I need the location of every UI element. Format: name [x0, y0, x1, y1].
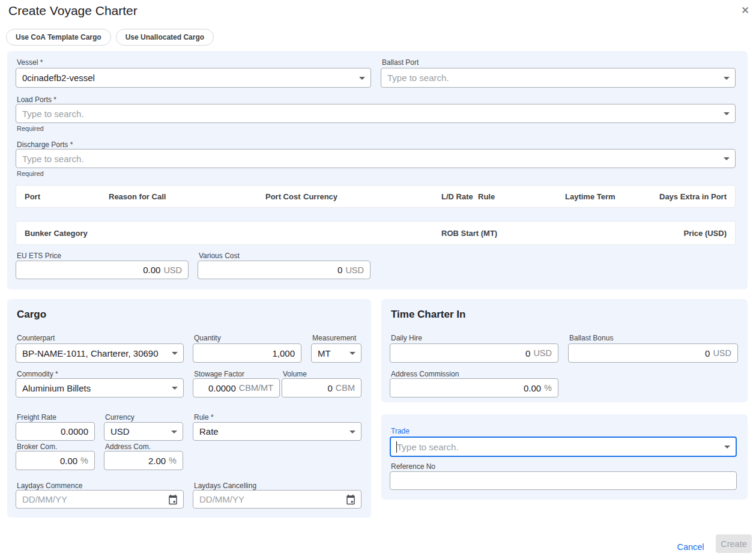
laydays-commence-input[interactable] — [22, 494, 164, 504]
col-bunker-category: Bunker Category — [25, 229, 88, 238]
reference-no-label: Reference No — [391, 462, 435, 471]
vessel-label: Vessel * — [17, 58, 43, 67]
cargo-section-title: Cargo — [17, 309, 46, 321]
counterpart-label: Counterpart — [17, 334, 55, 342]
volume-label: Volume — [283, 370, 307, 378]
eu-ets-price-label: EU ETS Price — [17, 252, 61, 260]
freight-rate-value: 0.0000 — [22, 426, 88, 437]
commodity-label: Commodity * — [17, 370, 58, 378]
chevron-down-icon — [171, 431, 177, 434]
time-charter-in-title: Time Charter In — [391, 309, 465, 321]
discharge-ports-label: Discharge Ports * — [17, 141, 73, 149]
load-ports-input[interactable] — [22, 109, 719, 119]
various-cost-value: 0 — [204, 265, 342, 275]
col-days-extra-in-port: Days Extra in Port — [659, 192, 727, 201]
laydays-cancelling-label: Laydays Cancelling — [194, 482, 256, 490]
address-com-label: Address Com. — [105, 443, 151, 451]
currency-select[interactable]: USD — [104, 422, 183, 441]
stowage-factor-label: Stowage Factor — [194, 370, 244, 378]
daily-hire-input[interactable]: 0 USD — [390, 343, 558, 363]
bunkers-table-header: Bunker Category ROB Start (MT) Price (US… — [16, 221, 736, 245]
col-laytime-term: Laytime Term — [565, 192, 615, 201]
discharge-ports-input[interactable] — [22, 154, 719, 164]
use-coa-template-cargo-button[interactable]: Use CoA Template Cargo — [6, 29, 111, 46]
reference-no-field — [390, 471, 737, 490]
volume-input[interactable]: 0 CBM — [282, 378, 361, 397]
currency-label: Currency — [105, 413, 135, 422]
address-com-input[interactable]: 2.00 % — [104, 451, 183, 470]
rule-select[interactable]: Rate — [193, 422, 361, 441]
quantity-input[interactable]: 1,000 — [193, 343, 301, 363]
reference-no-input[interactable] — [396, 476, 730, 486]
volume-unit: CBM — [336, 383, 355, 393]
freight-rate-input[interactable]: 0.0000 — [16, 422, 95, 441]
address-commission-unit: % — [544, 383, 552, 393]
close-icon[interactable]: ✕ — [739, 4, 752, 17]
chevron-down-icon — [724, 446, 730, 449]
address-commission-label: Address Commission — [391, 370, 459, 378]
chevron-down-icon — [172, 352, 178, 355]
currency-value: USD — [110, 426, 130, 437]
volume-value: 0 — [288, 383, 333, 393]
create-button[interactable]: Create — [716, 534, 752, 553]
counterpart-value: BP-NAME-1011, Charterer, 30690 — [22, 348, 159, 358]
col-port: Port — [25, 192, 40, 201]
eu-ets-price-value: 0.00 — [22, 265, 160, 275]
col-currency: Currency — [303, 192, 337, 201]
eu-ets-price-input[interactable]: 0.00 USD — [16, 261, 189, 279]
chevron-down-icon — [724, 77, 730, 80]
laydays-cancelling-field — [193, 490, 361, 509]
cargo-panel: Cargo Counterpart BP-NAME-1011, Chartere… — [7, 299, 371, 518]
load-ports-field — [16, 104, 736, 123]
vessel-value: 0cinadefb2-vessel — [22, 73, 95, 83]
chevron-down-icon — [349, 431, 355, 434]
stowage-factor-input[interactable]: 0.0000 CBM/MT — [193, 378, 280, 397]
eu-ets-price-unit: USD — [163, 265, 182, 275]
commodity-select[interactable]: Aluminium Billets — [16, 378, 184, 397]
col-rule: Rule — [478, 192, 495, 201]
various-cost-unit: USD — [345, 265, 364, 275]
broker-com-value: 0.00 — [22, 456, 77, 466]
ballast-port-label: Ballast Port — [382, 58, 419, 67]
chevron-down-icon — [359, 77, 365, 80]
address-com-value: 2.00 — [110, 456, 166, 466]
broker-com-input[interactable]: 0.00 % — [16, 451, 95, 470]
ballast-bonus-input[interactable]: 0 USD — [568, 343, 738, 363]
cancel-button[interactable]: Cancel — [674, 538, 707, 556]
measurement-select[interactable]: MT — [311, 343, 361, 363]
chevron-down-icon — [172, 387, 178, 390]
vessel-select[interactable]: 0cinadefb2-vessel — [16, 68, 371, 88]
use-unallocated-cargo-button[interactable]: Use Unallocated Cargo — [116, 29, 214, 46]
address-commission-input[interactable]: 0.00 % — [390, 378, 558, 397]
rule-value: Rate — [199, 426, 219, 437]
daily-hire-value: 0 — [396, 348, 530, 358]
measurement-value: MT — [318, 348, 331, 358]
quantity-label: Quantity — [194, 334, 221, 342]
trade-field — [390, 437, 737, 457]
trade-label: Trade — [391, 427, 410, 435]
calendar-icon[interactable] — [345, 494, 356, 505]
col-ld-rate: L/D Rate — [441, 192, 473, 201]
discharge-ports-required-helper: Required — [17, 170, 44, 177]
rule-label: Rule * — [194, 413, 214, 422]
col-price-usd: Price (USD) — [683, 229, 727, 238]
various-cost-input[interactable]: 0 USD — [198, 261, 370, 279]
load-ports-required-helper: Required — [17, 125, 44, 132]
laydays-cancelling-input[interactable] — [199, 494, 342, 504]
page-title: Create Voyage Charter — [8, 4, 138, 18]
stowage-factor-value: 0.0000 — [199, 383, 236, 393]
counterpart-select[interactable]: BP-NAME-1011, Charterer, 30690 — [16, 343, 184, 363]
trade-panel: Trade Reference No — [381, 414, 748, 500]
freight-rate-label: Freight Rate — [17, 413, 56, 422]
laydays-commence-label: Laydays Commence — [17, 482, 82, 490]
ballast-port-input[interactable] — [387, 73, 719, 83]
measurement-label: Measurement — [312, 334, 356, 342]
trade-input[interactable] — [397, 442, 720, 452]
quantity-value: 1,000 — [199, 348, 295, 358]
address-com-unit: % — [169, 456, 177, 465]
address-commission-value: 0.00 — [396, 383, 541, 393]
cargo-source-chips: Use CoA Template Cargo Use Unallocated C… — [6, 29, 214, 46]
voyage-panel: Vessel * 0cinadefb2-vessel Ballast Port … — [7, 51, 748, 289]
ballast-port-field — [381, 68, 736, 88]
calendar-icon[interactable] — [168, 494, 178, 505]
